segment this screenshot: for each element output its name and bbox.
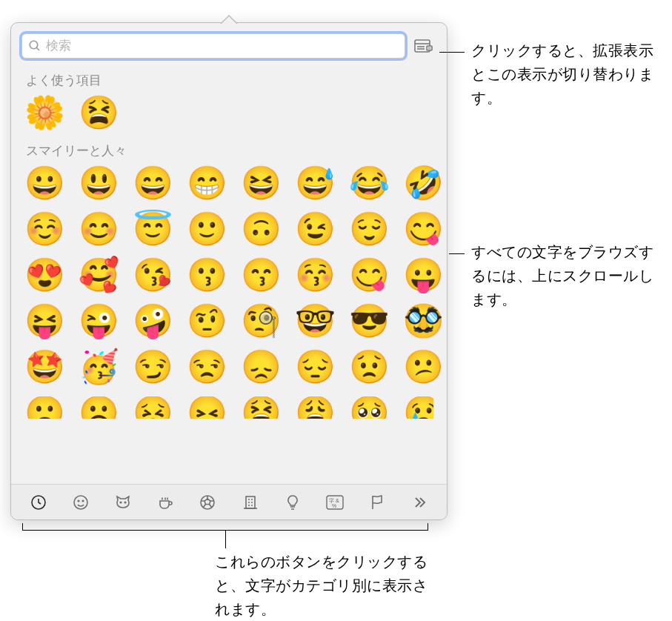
emoji-item[interactable]: 😗 [187, 259, 227, 291]
emoji-item[interactable]: 😃 [79, 167, 119, 199]
emoji-item[interactable]: 🌼 [24, 96, 65, 129]
symbols-icon: 字&% [325, 494, 345, 511]
frequent-grid: 🌼😫 [24, 96, 433, 129]
emoji-item[interactable]: 😛 [403, 259, 444, 291]
emoji-item[interactable]: 😣 [133, 396, 173, 419]
search-box[interactable] [21, 33, 405, 59]
emoji-item[interactable]: 😊 [79, 213, 119, 245]
emoji-item[interactable]: 😩 [295, 396, 336, 419]
food-icon [156, 494, 174, 511]
emoji-item[interactable]: 😒 [187, 351, 227, 383]
emoji-item[interactable]: 😏 [133, 351, 173, 383]
category-food-icon[interactable] [149, 489, 182, 516]
emoji-item[interactable]: ☹️ [79, 396, 119, 419]
emoji-item[interactable]: 🥸 [403, 305, 444, 337]
emoji-item[interactable]: 😞 [241, 351, 282, 383]
emoji-item[interactable]: 😂 [349, 167, 390, 199]
svg-point-10 [78, 500, 79, 502]
flags-icon [368, 494, 386, 511]
svg-marker-15 [204, 499, 210, 505]
svg-point-13 [124, 502, 126, 503]
emoji-item[interactable]: 😝 [24, 305, 65, 337]
character-viewer-popover: ⌘ よく使う項目 🌼😫 スマイリーと人々 😀😃😄😁😆😅😂🤣☺️😊😇🙂🙃😉😌😋😍🥰… [10, 22, 448, 520]
emoji-scroll-area[interactable]: よく使う項目 🌼😫 スマイリーと人々 😀😃😄😁😆😅😂🤣☺️😊😇🙂🙃😉😌😋😍🥰😘😗… [11, 66, 447, 484]
emoji-item[interactable]: 😌 [349, 213, 390, 245]
animals-icon [114, 494, 132, 511]
emoji-item[interactable]: 😍 [24, 259, 65, 291]
emoji-item[interactable]: 😎 [349, 305, 390, 337]
category-more-icon[interactable] [403, 489, 436, 516]
svg-point-11 [82, 500, 84, 502]
emoji-item[interactable]: 🙃 [241, 213, 282, 245]
emoji-item[interactable]: 😔 [295, 351, 336, 383]
category-smileys-icon[interactable] [64, 489, 97, 516]
expand-viewer-button[interactable]: ⌘ [411, 36, 436, 56]
emoji-item[interactable]: 🤩 [24, 351, 65, 383]
svg-text:&: & [336, 498, 339, 503]
svg-text:⌘: ⌘ [428, 46, 431, 50]
emoji-item[interactable]: 😆 [241, 167, 282, 199]
svg-line-1 [36, 47, 39, 50]
emoji-item[interactable]: 😁 [187, 167, 227, 199]
svg-rect-16 [246, 497, 255, 508]
callout-scroll: すべての文字をブラウズするには、上にスクロールします。 [471, 240, 665, 311]
emoji-item[interactable]: 😚 [295, 259, 336, 291]
search-row: ⌘ [11, 23, 447, 66]
emoji-item[interactable]: 😢 [403, 396, 433, 419]
emoji-item[interactable]: 🤪 [133, 305, 173, 337]
emoji-item[interactable]: 😫 [241, 396, 282, 419]
category-bar: 字&% [11, 484, 447, 519]
emoji-item[interactable]: 😄 [133, 167, 173, 199]
emoji-item[interactable]: 😉 [295, 213, 336, 245]
emoji-item[interactable]: 😫 [79, 96, 119, 129]
emoji-item[interactable]: 🙁 [24, 396, 65, 419]
smileys-icon [72, 494, 90, 511]
emoji-item[interactable]: 🤓 [295, 305, 336, 337]
emoji-item[interactable]: ☺️ [24, 213, 65, 245]
emoji-item[interactable]: 😜 [79, 305, 119, 337]
emoji-item[interactable]: 😘 [133, 259, 173, 291]
emoji-item[interactable]: 😅 [295, 167, 336, 199]
search-input[interactable] [46, 39, 399, 53]
callout-line [449, 253, 465, 254]
emoji-item[interactable]: 😕 [403, 351, 444, 383]
callout-bracket-stem [225, 531, 226, 548]
emoji-item[interactable]: 😙 [241, 259, 282, 291]
svg-point-9 [74, 496, 87, 509]
emoji-item[interactable]: 😋 [349, 259, 390, 291]
emoji-item[interactable]: 🧐 [241, 305, 282, 337]
callout-categories: これらのボタンをクリックすると、文字がカテゴリ別に表示されます。 [215, 550, 437, 621]
svg-point-0 [30, 41, 38, 49]
category-objects-icon[interactable] [276, 489, 309, 516]
svg-text:%: % [332, 503, 336, 508]
category-activity-icon[interactable] [191, 489, 224, 516]
more-icon [410, 494, 428, 511]
callout-line [439, 52, 465, 53]
emoji-item[interactable]: 🥳 [79, 351, 119, 383]
section-title-smileys: スマイリーと人々 [26, 142, 433, 159]
smileys-grid: 😀😃😄😁😆😅😂🤣☺️😊😇🙂🙃😉😌😋😍🥰😘😗😙😚😋😛😝😜🤪🤨🧐🤓😎🥸🤩🥳😏😒😞😔😟… [24, 167, 433, 383]
svg-point-12 [120, 502, 122, 503]
emoji-item[interactable]: 🥰 [79, 259, 119, 291]
expand-viewer-icon: ⌘ [414, 38, 433, 54]
emoji-row-partial: 🙁☹️😣😖😫😩🥺😢 [24, 396, 433, 419]
recent-icon [30, 494, 47, 511]
category-symbols-icon[interactable]: 字&% [319, 489, 351, 516]
emoji-item[interactable]: 😇 [133, 213, 173, 245]
emoji-item[interactable]: 🤨 [187, 305, 227, 337]
emoji-item[interactable]: 😟 [349, 351, 390, 383]
emoji-item[interactable]: 🥺 [349, 396, 390, 419]
emoji-item[interactable]: 😀 [24, 167, 65, 199]
emoji-item[interactable]: 😖 [187, 396, 227, 419]
callout-expand: クリックすると、拡張表示とこの表示が切り替わります。 [471, 39, 664, 110]
emoji-item[interactable]: 🤣 [403, 167, 444, 199]
travel-icon [242, 494, 259, 511]
activity-icon [199, 494, 216, 511]
objects-icon [284, 494, 302, 511]
category-animals-icon[interactable] [107, 489, 139, 516]
category-travel-icon[interactable] [234, 489, 267, 516]
category-recent-icon[interactable] [22, 489, 55, 516]
emoji-item[interactable]: 🙂 [187, 213, 227, 245]
emoji-item[interactable]: 😋 [403, 213, 444, 245]
category-flags-icon[interactable] [361, 489, 393, 516]
